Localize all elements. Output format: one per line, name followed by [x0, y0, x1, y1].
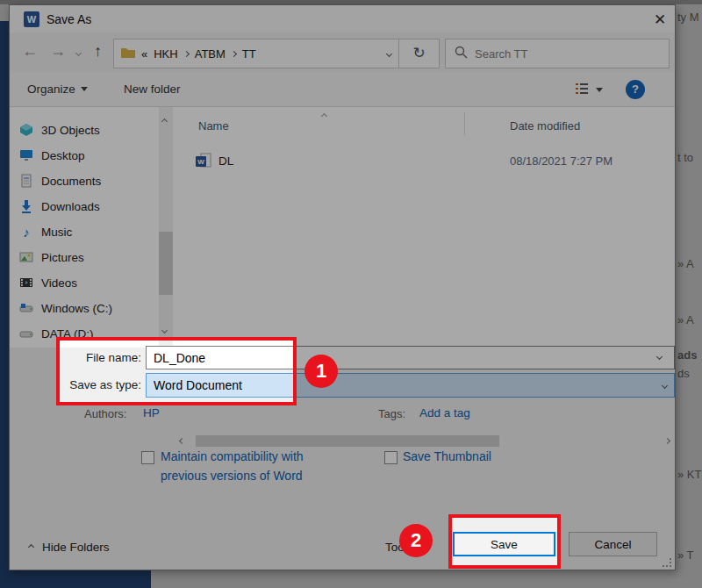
- save-button[interactable]: Save: [453, 532, 555, 556]
- background-text-fragment: » T: [677, 549, 694, 562]
- svg-text:W: W: [27, 14, 37, 25]
- search-input[interactable]: [475, 47, 633, 61]
- save-as-type-select[interactable]: Word Document: [146, 373, 675, 398]
- browser-body: 3D Objects Desktop Documents Downloads ♪…: [10, 107, 675, 348]
- column-divider[interactable]: [464, 112, 465, 135]
- sidebar-item-data-d[interactable]: DATA (D:): [18, 321, 152, 346]
- hide-folders-button[interactable]: Hide Folders: [29, 541, 110, 554]
- change-view-button[interactable]: [573, 81, 603, 98]
- sidebar-item-label: Videos: [41, 276, 77, 290]
- file-row[interactable]: W DL 08/18/2021 7:27 PM: [185, 151, 668, 172]
- save-thumbnail-label[interactable]: Save Thumbnail: [403, 447, 491, 466]
- background-text-fragment: » A: [677, 313, 694, 326]
- command-toolbar: Organize New folder ?: [10, 73, 675, 107]
- background-text-fragment: ads: [677, 348, 697, 362]
- scroll-right-icon[interactable]: [664, 438, 670, 444]
- background-text-fragment: t to: [677, 151, 693, 164]
- sort-ascending-icon[interactable]: [321, 113, 327, 119]
- file-name-cell: DL: [218, 154, 233, 168]
- breadcrumb-item[interactable]: TT: [242, 47, 256, 61]
- sidebar-scrollbar[interactable]: [159, 107, 173, 348]
- sidebar-item-desktop[interactable]: Desktop: [18, 143, 152, 168]
- save-as-dialog: W Save As ✕ ← → ↑ « HKH ATBM TT: [9, 4, 676, 570]
- details-view-icon: [573, 81, 591, 98]
- search-box[interactable]: [445, 39, 670, 68]
- back-icon[interactable]: ←: [22, 42, 38, 61]
- horizontal-scrollbar-thumb[interactable]: [196, 435, 499, 447]
- compat-checkbox-label[interactable]: Maintain compatibility with previous ver…: [161, 447, 312, 485]
- forward-icon[interactable]: →: [50, 42, 66, 61]
- sidebar-item-label: Pictures: [41, 251, 84, 264]
- background-text-fragment: » A: [677, 257, 694, 270]
- cancel-button[interactable]: Cancel: [569, 532, 657, 556]
- view-dropdown-icon: [596, 88, 603, 92]
- breadcrumb-separator-icon: [231, 50, 237, 56]
- sidebar-item-label: Downloads: [41, 200, 100, 213]
- refresh-button[interactable]: ↻: [399, 39, 440, 68]
- help-button[interactable]: ?: [626, 80, 645, 99]
- annotation-step-1: 1: [304, 355, 338, 388]
- address-bar[interactable]: « HKH ATBM TT: [113, 39, 399, 68]
- background-text-fragment: » KT: [677, 468, 701, 481]
- save-as-type-dropdown-icon: [662, 382, 668, 388]
- add-tag-link[interactable]: Add a tag: [419, 406, 470, 419]
- breadcrumb-item[interactable]: ATBM: [195, 47, 226, 61]
- help-icon: ?: [626, 80, 645, 99]
- organize-button[interactable]: Organize: [27, 82, 88, 96]
- authors-value[interactable]: HP: [143, 406, 160, 419]
- dialog-titlebar[interactable]: W Save As ✕: [10, 5, 675, 32]
- scroll-left-icon[interactable]: [179, 438, 185, 444]
- music-icon: ♪: [18, 225, 34, 239]
- sidebar-item-label: Desktop: [41, 149, 85, 162]
- close-icon[interactable]: ✕: [648, 11, 671, 30]
- svg-text:W: W: [197, 158, 204, 166]
- file-name-label: File name:: [45, 351, 141, 364]
- desktop-icon: [18, 148, 34, 162]
- drive-d-icon: [18, 326, 34, 341]
- sidebar-item-videos[interactable]: Videos: [18, 270, 152, 295]
- sidebar-item-3d-objects[interactable]: 3D Objects: [18, 118, 152, 142]
- resize-grip[interactable]: [663, 558, 671, 567]
- sidebar-scrollbar-thumb[interactable]: [159, 232, 173, 295]
- annotation-step-2: 2: [399, 524, 433, 557]
- up-icon[interactable]: ↑: [94, 42, 102, 61]
- authors-label: Authors:: [84, 407, 126, 420]
- sidebar-item-music[interactable]: ♪ Music: [18, 219, 152, 244]
- sidebar-item-label: Windows (C:): [41, 302, 112, 315]
- sidebar-item-windows-c[interactable]: Windows (C:): [18, 296, 152, 320]
- breadcrumb-item[interactable]: HKH: [154, 47, 177, 61]
- breadcrumb-separator-icon: [183, 50, 190, 56]
- sidebar-item-downloads[interactable]: Downloads: [18, 194, 152, 219]
- pictures-icon: [18, 250, 34, 264]
- word-document-icon: W: [196, 153, 211, 172]
- breadcrumb-overflow[interactable]: «: [141, 47, 147, 61]
- column-header-name[interactable]: Name: [198, 119, 229, 133]
- videos-icon: [18, 276, 34, 290]
- documents-icon: [18, 174, 34, 188]
- file-date-cell: 08/18/2021 7:27 PM: [510, 154, 612, 168]
- compat-checkbox[interactable]: [141, 451, 154, 464]
- save-thumbnail-checkbox[interactable]: [384, 451, 398, 464]
- background-word-window-edge: [0, 21, 9, 588]
- organize-label: Organize: [27, 82, 75, 96]
- downloads-icon: [18, 199, 34, 213]
- search-icon: [455, 46, 468, 62]
- sidebar-item-documents[interactable]: Documents: [18, 169, 152, 193]
- sidebar-item-label: DATA (D:): [41, 327, 94, 341]
- address-dropdown-icon[interactable]: [386, 50, 392, 56]
- column-header-date-modified[interactable]: Date modified: [510, 119, 580, 133]
- sidebar-item-label: Documents: [41, 175, 101, 188]
- file-name-input[interactable]: [146, 346, 675, 369]
- new-folder-button[interactable]: New folder: [124, 82, 181, 96]
- organize-dropdown-icon: [81, 87, 88, 91]
- sidebar-item-label: Music: [41, 226, 72, 239]
- dialog-title: Save As: [47, 12, 91, 26]
- drive-c-icon: [18, 301, 34, 315]
- navigation-bar: ← → ↑ « HKH ATBM TT ↻: [10, 32, 675, 73]
- new-folder-label: New folder: [124, 82, 181, 96]
- hide-folders-chevron-icon: [28, 544, 34, 550]
- hide-folders-label: Hide Folders: [42, 541, 110, 554]
- sidebar-item-pictures[interactable]: Pictures: [18, 245, 152, 269]
- sidebar-item-label: 3D Objects: [41, 124, 100, 137]
- recent-locations-icon[interactable]: [75, 50, 82, 56]
